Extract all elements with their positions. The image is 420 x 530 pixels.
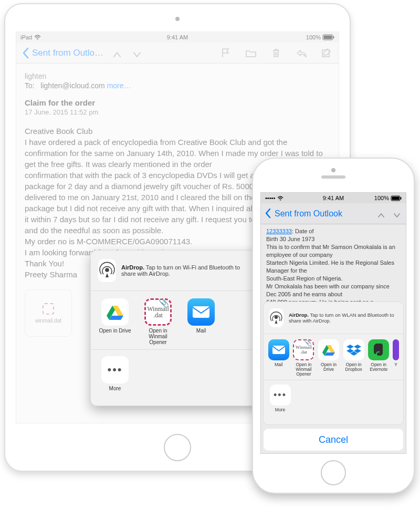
more-icon: ••• — [270, 384, 291, 406]
airdrop-row[interactable]: AirDrop. Tap to turn on Wi-Fi and Blueto… — [91, 251, 258, 291]
share-app-partial[interactable]: Y — [393, 339, 399, 377]
svg-marker-19 — [346, 345, 354, 349]
share-sheet: AirDrop. Tap to turn on WLAN and Bluetoo… — [263, 302, 404, 451]
share-app-evernote[interactable]: Open in Evernote — [368, 339, 390, 377]
winmail-icon: 📎 Winmail.dat — [144, 298, 172, 326]
app-label: Y — [394, 362, 397, 374]
airdrop-row[interactable]: AirDrop. Tap to turn on WLAN and Bluetoo… — [264, 302, 403, 334]
iphone-speaker — [321, 175, 345, 179]
airdrop-icon — [98, 259, 116, 282]
share-app-drive[interactable]: Open in Drive — [318, 339, 340, 377]
share-app-drive[interactable]: Open in Drive — [98, 298, 132, 345]
winmail-icon: 📎Winmail.dat — [293, 339, 314, 360]
airdrop-title: AirDrop. — [121, 264, 144, 271]
svg-marker-20 — [354, 345, 361, 349]
app-label: Mail — [196, 328, 206, 339]
svg-marker-18 — [324, 352, 335, 356]
cancel-button[interactable]: Cancel — [263, 428, 404, 451]
iphone-home-button[interactable] — [321, 460, 346, 485]
drive-icon — [318, 339, 339, 360]
share-app-mail[interactable]: Mail — [184, 298, 218, 345]
share-app-winmail[interactable]: 📎Winmail.dat Open in Winmail Opener — [293, 339, 315, 377]
mail-icon — [268, 339, 289, 360]
svg-rect-9 — [193, 306, 209, 318]
app-label: Open in Dropbox — [343, 362, 365, 374]
app-label: Open in Evernote — [368, 362, 390, 374]
app-label: Open in Winmail Opener — [293, 362, 315, 377]
paperclip-icon: 📎 — [304, 339, 312, 346]
dropbox-icon — [343, 339, 364, 360]
iphone-screen: ••••• 9:41 AM 100% Sent from Outlook — [260, 192, 406, 454]
evernote-icon — [368, 339, 389, 360]
iphone-device: ••••• 9:41 AM 100% Sent from Outlook — [252, 158, 415, 494]
app-label: Open in Drive — [99, 328, 131, 339]
share-app-mail[interactable]: Mail — [268, 339, 290, 377]
ipad-camera — [175, 17, 180, 21]
airdrop-title: AirDrop. — [289, 312, 309, 318]
more-label: More — [275, 408, 285, 419]
svg-point-5 — [106, 268, 109, 272]
share-app-winmail[interactable]: 📎 Winmail.dat Open in Winmail Opener — [141, 298, 175, 345]
share-app-dropbox[interactable]: Open in Dropbox — [343, 339, 365, 377]
svg-point-14 — [275, 316, 278, 319]
share-more[interactable]: ••• More — [98, 356, 132, 397]
app-label: Open in Winmail Opener — [141, 328, 175, 345]
more-icon: ••• — [101, 356, 129, 383]
iphone-camera — [331, 168, 335, 172]
svg-marker-8 — [109, 316, 123, 320]
mail-icon — [187, 298, 215, 326]
more-label: More — [109, 386, 121, 397]
share-more[interactable]: ••• More — [268, 384, 292, 419]
ipad-home-button[interactable] — [164, 434, 191, 461]
share-sheet: AirDrop. Tap to turn on Wi-Fi and Blueto… — [90, 250, 258, 406]
svg-rect-15 — [272, 346, 285, 354]
app-label: Open in Drive — [318, 362, 340, 374]
partial-app-icon — [393, 339, 399, 360]
airdrop-icon — [269, 308, 284, 327]
drive-icon — [101, 298, 129, 326]
app-label: Mail — [275, 362, 283, 374]
paperclip-icon: 📎 — [159, 298, 169, 308]
